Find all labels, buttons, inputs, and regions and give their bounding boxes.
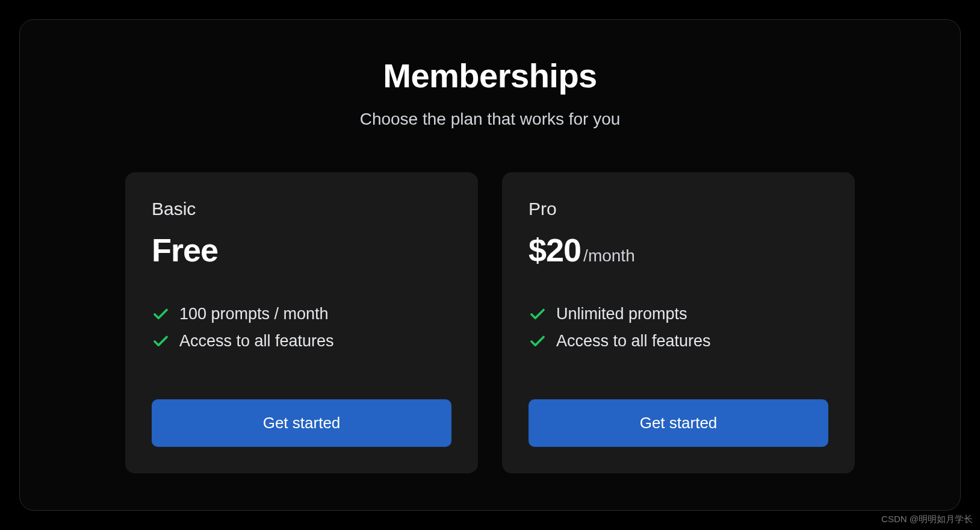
check-icon bbox=[152, 305, 170, 323]
check-icon bbox=[529, 305, 547, 323]
plan-card-pro: Pro $20 /month Unlimited prompts Access … bbox=[502, 172, 855, 473]
plans-row: Basic Free 100 prompts / month Access to… bbox=[20, 172, 960, 473]
feature-item: Access to all features bbox=[529, 332, 828, 351]
feature-list: 100 prompts / month Access to all featur… bbox=[152, 305, 451, 359]
plan-price: Free bbox=[152, 231, 218, 269]
page-subtitle: Choose the plan that works for you bbox=[360, 110, 621, 129]
watermark: CSDN @明明如月学长 bbox=[881, 514, 973, 525]
feature-text: Access to all features bbox=[179, 332, 334, 351]
plan-price: $20 bbox=[529, 231, 581, 269]
feature-text: Access to all features bbox=[556, 332, 711, 351]
plan-price-row: Free bbox=[152, 231, 451, 269]
membership-container: Memberships Choose the plan that works f… bbox=[19, 19, 961, 511]
feature-list: Unlimited prompts Access to all features bbox=[529, 305, 828, 359]
feature-item: 100 prompts / month bbox=[152, 305, 451, 323]
plan-period: /month bbox=[583, 246, 635, 266]
feature-text: Unlimited prompts bbox=[556, 305, 687, 323]
feature-item: Unlimited prompts bbox=[529, 305, 828, 323]
feature-item: Access to all features bbox=[152, 332, 451, 351]
check-icon bbox=[152, 332, 170, 351]
page-title: Memberships bbox=[383, 56, 597, 95]
plan-price-row: $20 /month bbox=[529, 231, 828, 269]
get-started-button-basic[interactable]: Get started bbox=[152, 399, 451, 447]
plan-name: Pro bbox=[529, 199, 828, 219]
feature-text: 100 prompts / month bbox=[179, 305, 329, 323]
plan-card-basic: Basic Free 100 prompts / month Access to… bbox=[125, 172, 478, 473]
get-started-button-pro[interactable]: Get started bbox=[529, 399, 828, 447]
check-icon bbox=[529, 332, 547, 351]
plan-name: Basic bbox=[152, 199, 451, 219]
